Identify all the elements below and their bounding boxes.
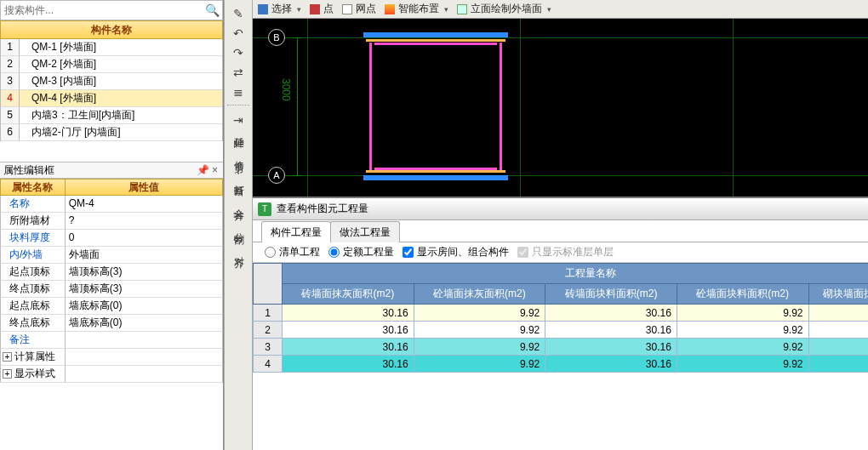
- select-tool[interactable]: 选择: [258, 2, 301, 16]
- axis-marker-b: B: [268, 29, 285, 46]
- col-header[interactable]: 砼墙面块料面积(m2): [677, 284, 808, 305]
- col-header[interactable]: 砌块墙面抹灰: [808, 284, 868, 305]
- expand-calc-props[interactable]: +计算属性: [0, 349, 66, 366]
- grid-point-tool[interactable]: 网点: [342, 2, 376, 16]
- tab-method-qty[interactable]: 做法工程量: [330, 221, 400, 242]
- trim-tool[interactable]: ⊢ 修剪: [230, 135, 247, 157]
- col-header[interactable]: 砖墙面抹灰面积(m2): [283, 284, 414, 305]
- axis-marker-a: A: [268, 167, 285, 184]
- dimension-label: 3000: [280, 78, 292, 101]
- expand-display-style[interactable]: +显示样式: [0, 366, 66, 383]
- chk-std-floor: 只显示标准层单层: [517, 245, 614, 259]
- align-icon[interactable]: ≣: [230, 83, 247, 100]
- search-input[interactable]: [1, 3, 202, 18]
- merge-icon: ≡: [230, 183, 247, 200]
- list-item[interactable]: 6 内墙2-门厅 [内墙面]: [1, 124, 222, 141]
- quantity-grid[interactable]: 工程量名称 砖墙面抹灰面积(m2) 砼墙面抹灰面积(m2) 砖墙面块料面积(m2…: [253, 263, 868, 450]
- trim-icon: ⊢: [230, 135, 247, 152]
- left-panel: 🔍 构件名称 1 QM-1 [外墙面] 2 QM-2 [外墙面] 3 QM-3 …: [0, 0, 224, 450]
- drawing-toolbar: 选择 点 网点 智能布置 立面绘制外墙面: [253, 0, 868, 19]
- list-item[interactable]: 3 QM-3 [内墙面]: [1, 73, 222, 90]
- col-header[interactable]: 砖墙面块料面积(m2): [545, 284, 677, 305]
- list-item[interactable]: 4 QM-4 [外墙面]: [1, 90, 222, 107]
- property-grid: 名称QM-4 所附墙材? 块料厚度0 内/外墙外墙面 起点顶标墙顶标高(3) 终…: [0, 196, 223, 383]
- list-item[interactable]: 1 QM-1 [外墙面]: [1, 39, 222, 56]
- component-list: 1 QM-1 [外墙面] 2 QM-2 [外墙面] 3 QM-3 [内墙面] 4…: [0, 39, 223, 141]
- right-area: 选择 点 网点 智能布置 立面绘制外墙面 3000: [253, 0, 868, 450]
- quantity-tabs: 构件工程量 做法工程量: [253, 220, 868, 242]
- pin-icon[interactable]: 📌 ×: [197, 164, 218, 176]
- radio-quota-qty[interactable]: 定额工程量: [328, 245, 394, 259]
- extend-tool[interactable]: ⇥ 延伸: [230, 111, 247, 133]
- merge-tool[interactable]: ≡ 合并: [230, 183, 247, 204]
- table-row[interactable]: 4 30.16 9.92 30.16 9.92: [254, 356, 869, 373]
- list-item[interactable]: 2 QM-2 [外墙面]: [1, 56, 222, 73]
- app-icon: T: [258, 202, 271, 216]
- align2-icon: ⇔: [230, 231, 247, 248]
- table-row[interactable]: 2 30.16 9.92 30.16 9.92: [254, 322, 869, 339]
- property-panel-title: 属性编辑框 📌 ×: [0, 162, 223, 179]
- quantity-options: 清单工程 定额工程量 显示房间、组合构件 只显示标准层单层: [253, 242, 868, 263]
- smart-layout-tool[interactable]: 智能布置: [385, 2, 448, 16]
- undo-icon[interactable]: ↶: [230, 25, 247, 42]
- mirror-icon[interactable]: ⇄: [230, 64, 247, 81]
- quantity-dialog: T 查看构件图元工程量 构件工程量 做法工程量 清单工程 定额工程量 显示房间、…: [253, 197, 868, 450]
- brush-icon[interactable]: ✎: [230, 5, 247, 22]
- search-row: 🔍: [0, 0, 223, 20]
- split-tool[interactable]: ✂ 分割: [230, 207, 247, 228]
- break-tool[interactable]: ¦ 打断: [230, 159, 247, 180]
- table-row[interactable]: 1 30.16 9.92 30.16 9.92: [254, 305, 869, 322]
- drawing-canvas[interactable]: 3000 B A T 查看构件图元工程量 构件工程量 做法工程量 清单工程: [253, 19, 868, 450]
- align2-tool[interactable]: ⇔ 对齐: [230, 231, 247, 252]
- extend-icon: ⇥: [230, 111, 247, 128]
- col-header[interactable]: 砼墙面抹灰面积(m2): [414, 284, 545, 305]
- list-item[interactable]: 5 内墙3：卫生间[内墙面]: [1, 107, 222, 124]
- row-number-header: [254, 264, 283, 305]
- quantity-dialog-title[interactable]: T 查看构件图元工程量: [253, 198, 868, 220]
- vertical-toolbar: ✎ ↶ ↷ ⇄ ≣ ⇥ 延伸 ⊢ 修剪 ¦ 打断 ≡ 合并 ✂ 分割 ⇔ 对齐: [224, 0, 253, 450]
- qty-group-header: 工程量名称: [283, 264, 869, 284]
- redo-icon[interactable]: ↷: [230, 44, 247, 61]
- property-header: 属性名称 属性值: [0, 179, 223, 196]
- search-icon[interactable]: 🔍: [202, 3, 222, 17]
- component-list-header: 构件名称: [0, 20, 223, 39]
- chk-show-room[interactable]: 显示房间、组合构件: [403, 245, 509, 259]
- table-row[interactable]: 3 30.16 9.92 30.16 9.92: [254, 339, 869, 356]
- radio-list-qty[interactable]: 清单工程: [265, 245, 320, 259]
- tab-component-qty[interactable]: 构件工程量: [261, 221, 331, 242]
- point-tool[interactable]: 点: [310, 2, 334, 16]
- facade-wall-tool[interactable]: 立面绘制外墙面: [457, 2, 551, 16]
- split-icon: ✂: [230, 207, 247, 224]
- break-icon: ¦: [230, 159, 247, 176]
